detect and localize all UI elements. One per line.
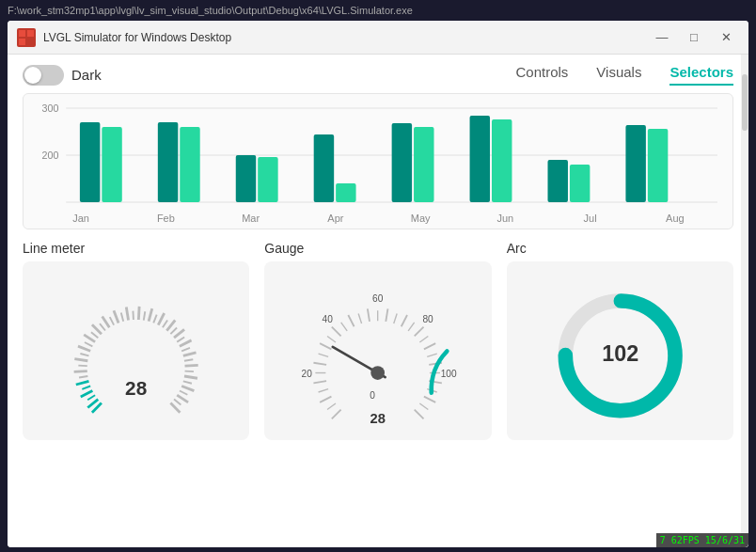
svg-rect-22: [548, 160, 568, 202]
svg-text:102: 102: [602, 341, 638, 366]
svg-line-90: [394, 313, 397, 323]
svg-text:40: 40: [323, 314, 334, 324]
svg-line-101: [424, 396, 435, 402]
svg-line-40: [91, 332, 98, 338]
svg-rect-14: [236, 155, 256, 202]
line-meter-title: Line meter: [23, 241, 249, 256]
svg-line-58: [177, 337, 184, 341]
svg-line-42: [100, 323, 105, 330]
svg-text:28: 28: [370, 410, 386, 425]
svg-line-65: [184, 376, 197, 378]
svg-line-102: [420, 403, 429, 409]
chart-label-aug: Aug: [633, 213, 717, 224]
app-window: LVGL Simulator for Windows Desktop — □ ✕…: [8, 21, 748, 547]
svg-text:80: 80: [423, 314, 434, 324]
svg-line-63: [185, 365, 198, 366]
svg-line-52: [153, 315, 156, 323]
svg-text:0: 0: [370, 390, 376, 401]
svg-line-80: [319, 354, 329, 356]
svg-line-73: [332, 409, 341, 418]
svg-line-66: [183, 381, 192, 383]
svg-line-38: [85, 342, 92, 346]
svg-rect-13: [180, 127, 199, 202]
svg-rect-1: [19, 30, 25, 37]
svg-line-36: [80, 354, 88, 355]
svg-rect-4: [27, 39, 34, 45]
toggle-label: Dark: [71, 67, 102, 83]
svg-rect-21: [492, 119, 512, 202]
dark-mode-toggle[interactable]: Dark: [23, 65, 102, 86]
os-title-path: F:\work_stm32mp1\app\lvgl\lv_sim_visual_…: [8, 5, 413, 16]
svg-line-47: [126, 308, 128, 321]
svg-line-95: [424, 343, 435, 349]
svg-line-60: [181, 348, 190, 351]
svg-line-44: [110, 317, 114, 324]
svg-line-49: [138, 307, 139, 320]
svg-rect-12: [158, 122, 178, 202]
svg-line-37: [78, 346, 90, 351]
minimize-button[interactable]: —: [649, 27, 675, 48]
svg-line-32: [79, 376, 87, 377]
svg-line-41: [92, 324, 102, 334]
svg-line-85: [349, 314, 354, 325]
svg-line-84: [341, 322, 347, 330]
close-button[interactable]: ✕: [713, 27, 739, 48]
tab-visuals[interactable]: Visuals: [596, 64, 641, 86]
maximize-button[interactable]: □: [681, 27, 707, 48]
svg-line-33: [74, 371, 87, 372]
chart-x-labels: Jan Feb Mar Apr May Jun Jul Aug: [39, 213, 717, 224]
bar-chart: 300 200: [23, 93, 733, 229]
scrollbar[interactable]: [741, 55, 748, 547]
svg-line-82: [327, 336, 336, 341]
chart-label-jun: Jun: [463, 213, 547, 224]
arc-title: Arc: [507, 241, 733, 256]
svg-line-29: [81, 390, 93, 396]
toggle-thumb: [24, 67, 41, 84]
os-titlebar: F:\work_stm32mp1\app\lvgl\lv_sim_visual_…: [0, 0, 756, 21]
svg-text:300: 300: [42, 103, 59, 114]
line-meter-svg: // Will be done with SVG directly: [23, 271, 249, 431]
scrollbar-thumb[interactable]: [742, 74, 748, 131]
toggle-track[interactable]: [23, 65, 64, 86]
svg-line-91: [402, 314, 407, 325]
app-icon: [17, 28, 36, 47]
svg-line-62: [184, 359, 193, 360]
svg-line-39: [84, 335, 95, 342]
svg-line-54: [163, 320, 167, 327]
gauge-title: Gauge: [264, 241, 491, 256]
svg-rect-17: [336, 183, 355, 202]
arc-section: Arc 102: [507, 241, 733, 440]
svg-text:28: 28: [125, 377, 147, 399]
svg-line-76: [319, 388, 329, 391]
svg-line-28: [87, 395, 95, 400]
svg-line-83: [332, 326, 341, 336]
svg-line-53: [158, 313, 164, 325]
svg-line-46: [121, 313, 123, 322]
svg-line-51: [149, 308, 152, 322]
svg-line-103: [415, 409, 424, 418]
svg-line-86: [358, 313, 361, 323]
svg-line-93: [415, 326, 424, 336]
svg-line-92: [408, 322, 414, 330]
svg-point-105: [371, 366, 386, 380]
svg-line-77: [314, 381, 327, 383]
svg-line-31: [76, 381, 89, 385]
arc-card: 102: [507, 261, 733, 440]
svg-line-69: [177, 395, 188, 402]
svg-line-75: [320, 396, 331, 402]
chart-label-feb: Feb: [123, 213, 208, 224]
gauge-svg: 20 40 60 80 100 0 28: [264, 269, 491, 434]
svg-rect-25: [648, 129, 668, 202]
tab-selectors[interactable]: Selectors: [669, 64, 733, 86]
arc-svg: 102: [507, 269, 733, 434]
svg-line-94: [420, 336, 429, 341]
window-controls: — □ ✕: [649, 27, 739, 48]
window-titlebar: LVGL Simulator for Windows Desktop — □ ✕: [8, 21, 748, 55]
line-meter-section: Line meter // Will be done with SVG dire…: [23, 241, 249, 440]
svg-line-59: [180, 340, 192, 346]
svg-rect-24: [625, 125, 645, 202]
tab-controls[interactable]: Controls: [516, 64, 569, 86]
top-row: Dark Controls Visuals Selectors: [23, 64, 733, 86]
svg-line-67: [181, 386, 194, 391]
svg-line-50: [144, 311, 145, 320]
